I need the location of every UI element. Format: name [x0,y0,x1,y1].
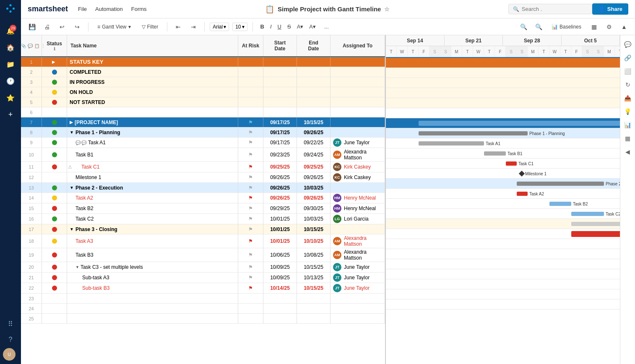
back-icon[interactable]: ◀ [622,146,634,158]
apps-icon[interactable]: ⬜ [622,65,634,77]
text-color-button[interactable]: A▾ [307,23,318,31]
home-icon[interactable]: 🏠 [3,40,18,55]
font-selector[interactable]: Arial ▾ [210,23,229,31]
strikethrough-button[interactable]: S [285,23,294,31]
zoom-out-button[interactable]: 🔍 [533,21,545,33]
cell-task[interactable]: ▼ Task C3 - set multiple levels [67,262,238,272]
cell-task[interactable]: STATUS KEY [67,57,238,67]
cell-atrisk[interactable]: ⚑ [238,138,263,148]
highlight-button[interactable]: A▾ [294,23,306,31]
cell-task[interactable]: ▶ [PROJECT NAME] [67,117,238,127]
cell-task[interactable]: IN PROGRESS [67,77,238,87]
bold-button[interactable]: B [258,23,267,31]
gantt-lines-button[interactable]: ▦ [588,21,600,33]
save-button[interactable]: 💾 [26,21,38,33]
notifications-icon[interactable]: 🔔 29 [3,23,18,38]
cell-atrisk[interactable]: ⚑ [238,162,263,172]
star-icon[interactable]: ⭐ [3,90,18,105]
cell-enddate[interactable]: 10/15/25 [297,117,331,127]
cell-task[interactable]: Task C2 [67,214,238,224]
cell-enddate[interactable]: 09/26/25 [297,193,331,203]
bulb-icon[interactable]: 💡 [622,106,634,117]
cell-task[interactable]: 💬 💬 Task A1 [67,138,238,148]
cell-atrisk[interactable]: ⚑ [238,203,263,213]
indent-left-button[interactable]: ⇤ [172,21,184,33]
help-icon[interactable]: ? [3,332,18,347]
folder-icon[interactable]: 📁 [3,57,18,72]
cell-atrisk[interactable]: ⚑ [238,172,263,182]
redo-button[interactable]: ↪ [71,21,83,33]
col-header-assigned[interactable]: Assigned To [331,35,385,56]
gantt-view-button[interactable]: ≡ Gantt View ▾ [94,22,135,31]
cell-enddate[interactable]: 09/30/25 [297,203,331,213]
cell-startdate[interactable]: 10/09/25 [263,273,297,283]
zoom-in-button[interactable]: 🔍 [518,21,530,33]
cell-task[interactable]: COMPLETED [67,67,238,77]
collapse-icon[interactable]: ▼ [70,130,74,135]
cell-startdate[interactable]: 10/14/25 [263,283,297,293]
col-header-enddate[interactable]: End Date [297,35,331,56]
indent-right-button[interactable]: ⇥ [187,21,199,33]
cell-startdate[interactable]: 10/06/25 [263,248,297,262]
baselines-button[interactable]: 📊 Baselines [548,23,585,31]
cell-task[interactable] [67,314,238,323]
cell-enddate[interactable]: 10/03/25 [297,214,331,224]
cell-atrisk[interactable]: ⚑ [238,248,263,262]
cell-startdate[interactable]: 09/17/25 [263,117,297,127]
cell-atrisk[interactable]: ⚑ [238,193,263,203]
cell-task[interactable] [67,294,238,303]
export-icon[interactable]: 📤 [622,92,634,104]
col-header-atrisk[interactable]: At Risk [238,35,263,56]
grid-apps-icon[interactable]: ⠿ [3,316,18,331]
cell-enddate[interactable]: 10/15/25 [297,283,331,293]
cell-atrisk[interactable]: ⚑ [238,214,263,224]
cell-task[interactable]: ⚠ Task C1 [67,162,238,172]
cell-enddate[interactable]: 09/26/25 [297,172,331,182]
cell-startdate[interactable]: 09/26/25 [263,183,297,192]
cell-task[interactable]: ▼ Phase 3 - Closing [67,224,238,234]
search-box[interactable]: 🔍 [508,4,592,14]
nav-file[interactable]: File [78,4,87,14]
underline-button[interactable]: U [275,23,284,31]
cell-atrisk[interactable]: ⚑ [238,127,263,137]
cell-task[interactable]: Task A2 [67,193,238,203]
cell-atrisk[interactable]: ⚑ [238,117,263,127]
nav-forms[interactable]: Forms [131,4,147,14]
share-button[interactable]: 👤 Share [592,3,628,15]
collapse-button[interactable]: ▲ [618,21,630,33]
cell-enddate[interactable]: 10/10/25 [297,234,331,248]
font-size-selector[interactable]: 10 ▾ [232,23,247,31]
cell-startdate[interactable]: 10/09/25 [263,262,297,272]
search-input[interactable] [522,6,580,12]
cell-task[interactable]: Task B3 [67,248,238,262]
cell-startdate[interactable]: 09/29/25 [263,203,297,213]
refresh-icon[interactable]: ↻ [622,79,634,91]
plus-icon[interactable]: + [3,107,18,122]
cell-task[interactable]: ▼ Phase 1 - Planning [67,127,238,137]
link-icon[interactable]: 🔗 [622,52,634,64]
cell-enddate[interactable]: 10/08/25 [297,248,331,262]
collapse-icon[interactable]: ▼ [70,227,74,231]
cell-startdate[interactable]: 09/23/25 [263,148,297,161]
more-button[interactable]: ... [322,23,331,31]
cell-startdate[interactable]: 09/26/25 [263,193,297,203]
collapse-icon[interactable]: ▼ [70,185,74,190]
cell-startdate[interactable]: 10/01/25 [263,224,297,234]
cell-task[interactable]: ON HOLD [67,87,238,97]
clock-icon[interactable]: 🕐 [3,73,18,88]
cell-startdate[interactable]: 09/17/25 [263,138,297,148]
comment-panel-icon[interactable]: 💬 [622,39,634,50]
cell-startdate[interactable]: 09/17/25 [263,127,297,137]
cell-atrisk[interactable]: ⚑ [238,148,263,161]
cell-startdate[interactable]: 10/01/25 [263,234,297,248]
cell-task[interactable]: Milestone 1 [67,172,238,182]
cell-startdate[interactable]: 09/26/25 [263,172,297,182]
cell-task[interactable]: Task B1 [67,148,238,161]
cell-task[interactable]: ▼ Phase 2 - Execution [67,183,238,192]
print-button[interactable]: 🖨 [41,21,53,33]
cell-atrisk[interactable]: ⚑ [238,262,263,272]
cell-enddate[interactable]: 09/25/25 [297,162,331,172]
cell-atrisk[interactable]: ⚑ [238,234,263,248]
cell-enddate[interactable]: 09/24/25 [297,148,331,161]
cell-atrisk[interactable]: ⚑ [238,224,263,234]
